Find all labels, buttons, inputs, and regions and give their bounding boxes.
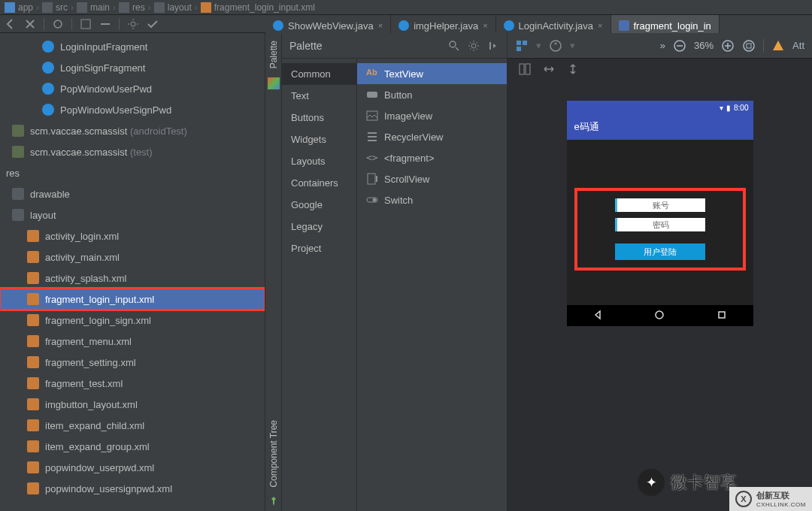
list-icon [366,131,378,143]
tree-class[interactable]: PopWindowUserPwd [0,78,265,99]
blueprint-icon[interactable] [518,62,532,76]
app-title: e码通 [574,120,599,134]
hide-icon[interactable] [147,18,159,30]
tree-xml[interactable]: popwindow_usersignpwd.xml [0,478,265,499]
palette-cat-common[interactable]: Common [282,63,356,85]
palette-item-button[interactable]: Button [357,84,507,105]
palette-cat-google[interactable]: Google [282,194,356,216]
tree-xml[interactable]: popwindow_userpwd.xml [0,457,265,478]
class-icon [42,41,54,53]
overflow-icon[interactable]: » [660,40,665,51]
textview-icon: Ab [366,68,378,80]
expand-icon[interactable] [80,18,92,30]
palette-cat-layouts[interactable]: Layouts [282,150,356,172]
xml-icon [27,272,39,284]
component-tree-tab[interactable]: Component Tree [268,416,279,491]
tree-xml[interactable]: fragment_test.xml [0,373,265,394]
palette-cat-containers[interactable]: Containers [282,172,356,194]
tree-xml[interactable]: fragment_login_sign.xml [0,310,265,331]
cross-icon[interactable] [24,18,36,30]
tree-label: popwindow_userpwd.xml [45,462,154,473]
pan-vertical-icon[interactable] [566,62,580,76]
palette-tab[interactable]: Palette [268,36,279,73]
zoom-out-icon[interactable] [673,39,686,53]
close-icon[interactable]: × [598,21,602,30]
crumb-layout[interactable]: layout [168,2,192,13]
tree-xml[interactable]: activity_main.xml [0,246,265,268]
tree-xml[interactable]: activity_login.xml [0,225,265,246]
settings-icon[interactable] [127,18,139,30]
tree-folder-res[interactable]: res [0,162,265,183]
palette-item-scrollview[interactable]: ScrollView [357,168,507,189]
palette-item-label: ScrollView [384,174,429,185]
project-panel[interactable]: LoginInputFragment LoginSignFragment Pop… [0,33,265,511]
svg-rect-6 [367,111,377,120]
pin-icon[interactable] [268,496,279,506]
close-icon[interactable]: × [378,21,383,30]
design-canvas[interactable]: ▾ ▮ 8:00 e码通 账号 密码 用户登陆 [508,80,812,511]
tree-class[interactable]: PopWindowUserSignPwd [0,99,265,120]
zoom-fit-icon[interactable] [742,39,756,53]
folder-icon [42,2,53,13]
project-tree[interactable]: LoginInputFragment LoginSignFragment Pop… [0,36,265,499]
palette-item-switch[interactable]: Switch [357,189,507,210]
tree-xml-selected[interactable]: fragment_login_input.xml [0,289,265,310]
tree-xml[interactable]: imgbutton_layout.xml [0,394,265,415]
back-icon[interactable] [5,18,17,30]
zoom-in-icon[interactable] [721,39,735,53]
wechat-icon: ✦ [638,469,665,496]
collapse-icon[interactable] [487,40,499,52]
palette-header: Palette [282,33,507,59]
tree-xml[interactable]: activity_splash.xml [0,268,265,289]
palette-cat-project[interactable]: Project [282,237,356,259]
nav-recent-icon[interactable] [717,310,727,322]
palette-items[interactable]: AbTextView Button ImageView RecyclerView… [357,59,507,511]
xml-icon [27,356,39,368]
nav-icon[interactable] [52,18,64,30]
crumb-res[interactable]: res [132,2,145,13]
folder-icon [154,2,165,13]
palette-item-label: <fragment> [384,153,435,164]
crumb-main[interactable]: main [90,2,110,13]
tree-package[interactable]: scm.vaccae.scmassist (test) [0,141,265,162]
warning-icon[interactable] [771,39,785,53]
tree-xml[interactable]: fragment_menu.xml [0,331,265,352]
crumb-app[interactable]: app [18,2,33,13]
palette-item-fragment[interactable]: <><fragment> [357,147,507,168]
attributes-label[interactable]: Att [792,40,804,51]
tree-xml[interactable]: fragment_setting.xml [0,352,265,373]
tree-folder-drawable[interactable]: drawable [0,183,265,204]
gear-icon[interactable] [468,40,480,52]
tree-class[interactable]: LoginSignFragment [0,57,265,78]
close-icon[interactable]: × [483,21,487,30]
orientation-icon[interactable] [549,39,562,53]
crumb-src[interactable]: src [56,2,68,13]
tab-label: LoginActivity.java [519,20,593,32]
palette-categories[interactable]: Common Text Buttons Widgets Layouts Cont… [282,59,357,511]
tree-label: PopWindowUserPwd [60,83,152,95]
nav-home-icon[interactable] [654,310,665,322]
xml-icon [27,251,39,263]
palette-item-label: RecyclerView [384,132,444,143]
palette-item-label: Button [384,89,413,101]
nav-back-icon[interactable] [592,310,603,322]
search-icon[interactable] [448,40,460,52]
tree-folder-layout[interactable]: layout [0,204,265,225]
palette-cat-text[interactable]: Text [282,85,356,107]
view-mode-icon[interactable] [515,39,529,53]
crumb-file[interactable]: fragment_login_input.xml [214,2,315,13]
palette-cat-legacy[interactable]: Legacy [282,216,356,237]
pan-horizontal-icon[interactable] [542,62,556,76]
palette-cat-buttons[interactable]: Buttons [282,107,356,129]
palette-item-textview[interactable]: AbTextView [357,63,507,84]
tree-xml[interactable]: item_expand_child.xml [0,415,265,436]
palette-cat-widgets[interactable]: Widgets [282,129,356,150]
palette-item-recyclerview[interactable]: RecyclerView [357,126,507,147]
palette-item-imageview[interactable]: ImageView [357,105,507,126]
tree-xml[interactable]: item_expand_group.xml [0,436,265,457]
tree-class[interactable]: LoginInputFragment [0,36,265,57]
tree-package[interactable]: scm.vaccae.scmassist (androidTest) [0,120,265,141]
xml-icon [27,230,39,242]
collapse-icon[interactable] [99,18,111,30]
tree-label: activity_splash.xml [45,273,126,284]
